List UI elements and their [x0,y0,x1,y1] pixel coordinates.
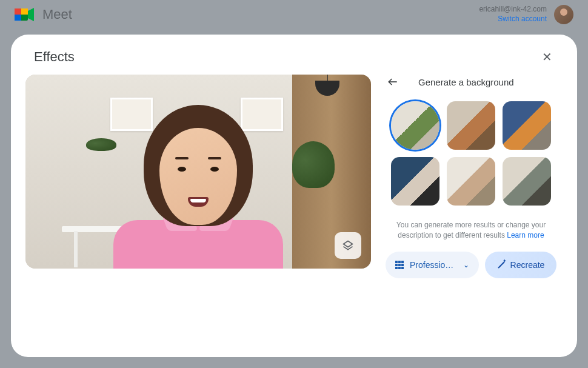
panel-header: Generate a background [386,75,556,89]
background-option-meeting-room[interactable] [503,101,551,150]
background-option-lounge-art[interactable] [391,157,439,206]
background-grid [386,101,556,206]
svg-rect-2 [15,8,21,15]
modal-body: Generate a background You can generate m… [23,75,565,343]
chevron-down-icon: ⌄ [463,261,469,269]
background-option-bright-office[interactable] [447,157,495,206]
video-preview [25,75,371,269]
svg-marker-4 [28,8,34,21]
header-left: Meet [15,6,72,23]
background-option-conference[interactable] [503,157,551,206]
layers-icon[interactable] [335,232,361,259]
learn-more-link[interactable]: Learn more [507,231,544,239]
hint-text: You can generate more results or change … [388,220,554,241]
modal-title: Effects [34,49,75,65]
style-label: Profession… [410,260,458,270]
account-info: ericahill@ink-42.com Switch account [479,5,547,24]
svg-marker-5 [344,241,353,247]
background-option-living-room[interactable] [447,101,495,150]
wand-icon [497,261,506,269]
back-icon[interactable] [386,75,400,89]
panel-title: Generate a background [418,77,514,87]
header-right: ericahill@ink-42.com Switch account [479,5,573,24]
switch-account-link[interactable]: Switch account [479,15,547,24]
panel-actions: Profession… ⌄ Recreate [386,252,556,278]
person [113,99,283,269]
bg-plant [86,138,116,156]
modal-header: Effects ✕ [23,49,565,75]
meet-logo-icon [15,6,36,23]
bg-plant [292,141,335,208]
recreate-label: Recreate [510,260,545,270]
avatar[interactable] [554,5,573,24]
account-email: ericahill@ink-42.com [479,5,547,15]
product-name: Meet [42,7,72,22]
effects-modal: Effects ✕ [11,35,577,357]
style-dropdown[interactable]: Profession… ⌄ [386,252,479,278]
svg-rect-3 [21,8,28,15]
recreate-button[interactable]: Recreate [485,252,556,278]
close-icon[interactable]: ✕ [540,50,554,64]
generate-panel: Generate a background You can generate m… [386,75,563,343]
background-option-office-plants[interactable] [391,101,439,150]
grid-icon [395,261,404,269]
app-header: Meet ericahill@ink-42.com Switch account [0,0,588,29]
